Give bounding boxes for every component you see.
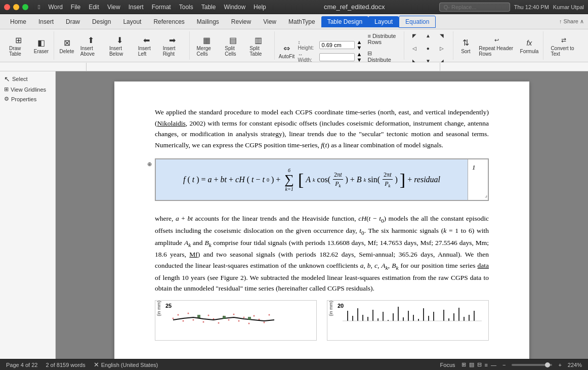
align-mr-button[interactable]: ▷ (436, 44, 448, 55)
eraser-button[interactable]: ◧ Eraser (33, 35, 50, 56)
document-area[interactable]: We applied the standard procedure to mod… (56, 71, 588, 359)
sidebar-tools: ↖ Select ⊞ View Gridlines ⚙ Properties (0, 71, 56, 359)
chart-left-yaxis: (in mm) (156, 301, 161, 340)
tab-equation[interactable]: Equation (399, 16, 436, 28)
draft-view-icon[interactable]: — (491, 362, 496, 368)
menu-window[interactable]: Window (220, 3, 249, 12)
insert-above-button[interactable]: ⬆ Insert Above (77, 32, 104, 59)
merge-cells-button[interactable]: ▦ Merge Cells (194, 32, 220, 59)
width-input[interactable] (319, 53, 355, 61)
equation-table-inner: f ( t ) = a + bt + cH ( t (155, 159, 488, 200)
align-tr-button[interactable]: ◥ (436, 31, 448, 43)
view-icons[interactable]: ⊞ ▤ ⊟ ≡ — (461, 361, 496, 368)
focus-button[interactable]: Focus (440, 362, 455, 368)
align-ml-button[interactable]: ◁ (408, 44, 421, 55)
align-mc-button[interactable]: ● (422, 44, 434, 55)
repeat-header-button[interactable]: ↩ Repeat Header Rows (476, 32, 517, 59)
width-spinner[interactable]: ▲▼ (357, 52, 362, 63)
zoom-plus-button[interactable]: + (558, 362, 561, 368)
gridlines-icon: ⊞ (4, 86, 9, 93)
titlebar-time: Thu 12:40 PM (514, 4, 549, 10)
menu-format[interactable]: Format (148, 3, 175, 12)
outline-view-icon[interactable]: ≡ (485, 362, 488, 368)
language-info[interactable]: ✕ English (United States) (94, 361, 158, 368)
menu-bar:  Word File Edit View Insert Format Tool… (34, 3, 270, 12)
tab-draw[interactable]: Draw (60, 16, 86, 27)
share-button[interactable]: ↑ Share ∧ (559, 18, 584, 25)
width-label: ↔ Width: (298, 52, 317, 63)
sort-button[interactable]: ⇅ Sort (457, 35, 474, 56)
word-count: 2 of 8159 words (46, 362, 85, 368)
insert-left-button[interactable]: ⬅ Insert Left (135, 32, 158, 59)
menu-tools[interactable]: Tools (176, 3, 197, 12)
insert-below-button[interactable]: ⬇ Insert Below (106, 32, 133, 59)
convert-to-text-button[interactable]: ⇄ Convert to Text (548, 32, 580, 59)
table-resize-handle[interactable]: ⊕ (147, 161, 152, 168)
insert-right-button[interactable]: ➡ Insert Right (160, 32, 185, 59)
close-button[interactable] (4, 4, 10, 10)
zoom-thumb[interactable] (545, 362, 550, 367)
page-info: Page 4 of 22 (6, 362, 37, 368)
menu-view[interactable]: View (104, 3, 124, 12)
draw-table-icon: ⊞ (12, 34, 24, 46)
ribbon-group-cellsize: ⇔ AutoFit ↕ Height: ▲▼ ↔ Width: (277, 31, 404, 60)
draw-table-button[interactable]: ⊞ Draw Table (6, 32, 31, 59)
svg-point-4 (183, 320, 184, 321)
tab-layout[interactable]: Layout (117, 16, 147, 27)
convert-icon: ⇄ (558, 34, 570, 46)
height-spinner[interactable]: ▲▼ (357, 39, 362, 51)
menu-apple[interactable]:  (34, 3, 44, 12)
zoom-slider[interactable] (512, 364, 552, 366)
maximize-button[interactable] (22, 4, 28, 10)
delete-button[interactable]: ⊠ Delete (58, 35, 75, 56)
menu-file[interactable]: File (67, 3, 84, 12)
tab-table-design[interactable]: Table Design (321, 16, 368, 27)
select-label: Select (12, 76, 28, 82)
traffic-lights[interactable] (4, 4, 28, 10)
minimize-button[interactable] (13, 4, 19, 10)
zoom-level[interactable]: 224% (568, 362, 582, 368)
main-area: ↖ Select ⊞ View Gridlines ⚙ Properties W… (0, 71, 588, 359)
menu-edit[interactable]: Edit (85, 3, 103, 12)
tab-home[interactable]: Home (4, 16, 32, 27)
paragraph-1: We applied the standard procedure to mod… (155, 107, 489, 150)
align-tc-button[interactable]: ▲ (422, 31, 434, 43)
tab-layout-active[interactable]: Layout (368, 16, 399, 27)
height-input[interactable] (319, 41, 355, 49)
distribute-rows-button[interactable]: ≡ Distribute Rows (365, 31, 399, 47)
split-cells-button[interactable]: ▤ Split Cells (222, 32, 244, 59)
align-tl-button[interactable]: ◤ (408, 31, 421, 43)
view-gridlines-tool[interactable]: ⊞ View Gridlines (2, 85, 53, 94)
equation-formula: f ( t ) = a + bt + cH ( t (166, 168, 457, 192)
reading-view-icon[interactable]: ▤ (469, 361, 474, 368)
tab-mathtype[interactable]: MathType (282, 16, 321, 27)
select-tool[interactable]: ↖ Select (2, 73, 53, 85)
autofit-button[interactable]: ⇔ AutoFit (279, 40, 295, 61)
split-table-button[interactable]: ▥ Split Table (246, 32, 270, 59)
chart-right: (in mm) 20 (327, 300, 489, 341)
tab-insert[interactable]: Insert (32, 16, 60, 27)
svg-point-2 (173, 317, 174, 319)
svg-point-16 (243, 316, 245, 318)
formula-icon: fx (523, 37, 535, 49)
tab-view[interactable]: View (257, 16, 282, 27)
web-view-icon[interactable]: ⊟ (477, 361, 482, 368)
tab-review[interactable]: Review (225, 16, 257, 27)
table-bottom-handle[interactable]: ⌟ (485, 192, 487, 198)
tab-design[interactable]: Design (86, 16, 117, 27)
print-view-icon[interactable]: ⊞ (461, 361, 466, 368)
select-icon: ↖ (4, 75, 10, 83)
properties-tool[interactable]: ⚙ Properties (2, 94, 53, 104)
document-page: We applied the standard procedure to mod… (114, 81, 529, 359)
menu-help[interactable]: Help (250, 3, 270, 12)
search-input[interactable] (439, 3, 510, 12)
height-label: ↕ Height: (298, 39, 317, 51)
tab-mailings[interactable]: Mailings (191, 16, 225, 27)
zoom-minus-button[interactable]: − (502, 362, 506, 368)
svg-point-20 (264, 321, 265, 323)
tab-references[interactable]: References (147, 16, 190, 27)
menu-insert[interactable]: Insert (125, 3, 147, 12)
menu-word[interactable]: Word (45, 3, 66, 12)
formula-button[interactable]: fx Formula (519, 35, 539, 56)
menu-table[interactable]: Table (198, 3, 220, 12)
